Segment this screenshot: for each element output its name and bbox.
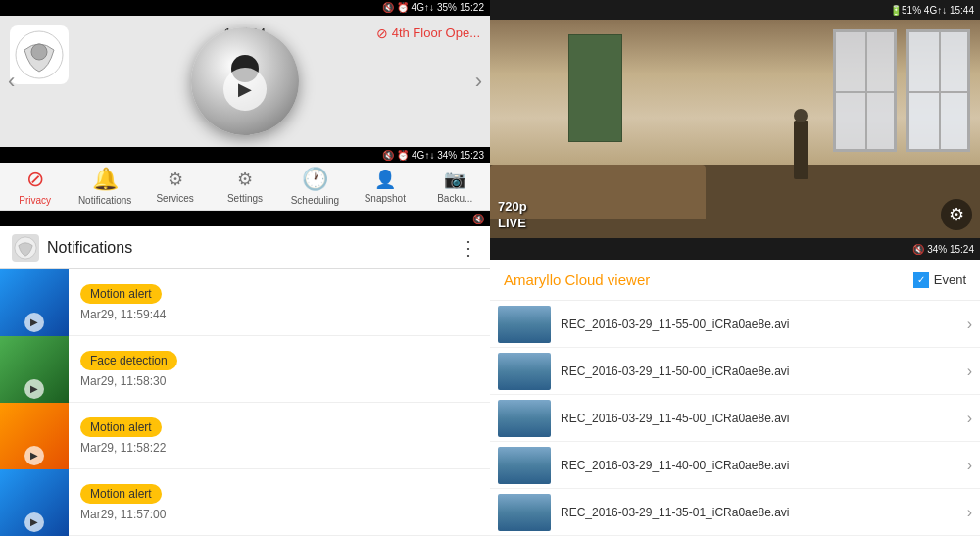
rec-arrow-1: ›	[967, 363, 972, 380]
play-overlay-2: ▶	[24, 379, 44, 399]
play-button[interactable]: ▶	[223, 68, 267, 111]
notif-thumb-2: ▶	[0, 336, 69, 403]
battery-label: 35%	[437, 2, 457, 13]
rec-item-4[interactable]: REC_2016-03-29_11-35-01_iCRa0ae8e.avi ›	[490, 489, 980, 536]
notif-badge-1: Motion alert	[80, 284, 162, 304]
notif-thumb-1: ▶	[0, 269, 69, 336]
event-checkbox-box[interactable]: ✓	[913, 272, 929, 288]
notif-badge-3: Motion alert	[80, 417, 162, 437]
app-logo	[10, 25, 69, 84]
time-cloud: 15:24	[950, 244, 974, 255]
rec-filename-1: REC_2016-03-29_11-50-00_iCRa0ae8e.avi	[561, 365, 957, 378]
prev-camera-button[interactable]: ‹	[8, 69, 15, 94]
next-camera-button[interactable]: ›	[475, 69, 482, 94]
tab-notifications[interactable]: 🔔 Notifications	[70, 163, 139, 210]
cloud-viewer-title: Amaryllo Cloud viewer	[504, 271, 650, 288]
live-feed-content	[490, 20, 980, 238]
left-panel: 🔇 ⏰ 4G↑↓ 35% 15:22 11 / 24 ⊘ 4th Floor O…	[0, 0, 490, 536]
green-cabinet	[568, 34, 622, 142]
rec-thumb-inner-4	[498, 494, 551, 531]
window-mid	[833, 29, 897, 152]
notif-time-1: Mar29, 11:59:44	[80, 308, 478, 321]
rec-thumb-1	[498, 353, 551, 390]
rec-item-3[interactable]: REC_2016-03-29_11-40-00_iCRa0ae8e.avi ›	[490, 442, 980, 489]
camera-ball[interactable]: ▶	[191, 27, 299, 135]
alarm-icon: ⏰	[397, 2, 409, 13]
window-right	[906, 29, 970, 152]
tab-settings[interactable]: ⚙ Settings	[210, 163, 279, 210]
status-bar-mid: 🔇 ⏰ 4G↑↓ 34% 15:23	[0, 147, 490, 163]
camera-preview: 11 / 24 ⊘ 4th Floor Ope... ▶ ‹ ›	[0, 16, 490, 148]
notif-item-2[interactable]: ▶ Face detection Mar29, 11:58:30	[0, 336, 490, 403]
svg-point-1	[31, 44, 47, 60]
rec-item-2[interactable]: REC_2016-03-29_11-45-00_iCRa0ae8e.avi ›	[490, 395, 980, 442]
navigation-tabs: ⊘ Privacy 🔔 Notifications ⚙ Services ⚙ S…	[0, 163, 490, 211]
privacy-icon: ⊘	[26, 167, 44, 192]
rec-thumb-0	[498, 306, 551, 343]
rec-thumb-inner-0	[498, 306, 551, 343]
tab-backup-label: Backu...	[437, 193, 472, 204]
rec-item-1[interactable]: REC_2016-03-29_11-50-00_iCRa0ae8e.avi ›	[490, 348, 980, 395]
notif-panel-title: Notifications	[47, 239, 132, 257]
alarm-icon-mid: ⏰	[397, 150, 409, 161]
network-icon: 4G↑↓	[412, 2, 434, 13]
event-filter[interactable]: ✓ Event	[913, 272, 966, 288]
notif-badge-2: Face detection	[80, 351, 177, 370]
rec-arrow-0: ›	[967, 316, 972, 333]
rec-thumb-inner-1	[498, 353, 551, 390]
notif-item-1[interactable]: ▶ Motion alert Mar29, 11:59:44	[0, 269, 490, 336]
right-panel: 🔋51% 4G↑↓ 15:44	[490, 0, 980, 536]
notif-item-4[interactable]: ▶ Motion alert Mar29, 11:57:00	[0, 469, 490, 536]
rec-filename-3: REC_2016-03-29_11-40-00_iCRa0ae8e.avi	[561, 459, 957, 472]
notif-time-4: Mar29, 11:57:00	[80, 508, 478, 521]
mute-notif: 🔇	[472, 214, 484, 224]
rec-thumb-inner-2	[498, 400, 551, 437]
tab-scheduling-label: Scheduling	[291, 195, 339, 206]
resolution-badge: 720p	[498, 199, 527, 214]
live-settings-button[interactable]: ⚙	[941, 199, 972, 230]
status-icons-left: 🔇 ⏰ 4G↑↓ 35% 15:22	[382, 2, 484, 13]
gear-icon: ⚙	[949, 204, 964, 225]
rec-arrow-3: ›	[967, 457, 972, 474]
notif-badge-4: Motion alert	[80, 484, 162, 504]
tab-notifications-label: Notifications	[78, 195, 131, 206]
notif-logo	[12, 234, 39, 262]
status-bar-top-left: 🔇 ⏰ 4G↑↓ 35% 15:22	[0, 0, 490, 16]
rec-filename-2: REC_2016-03-29_11-45-00_iCRa0ae8e.avi	[561, 412, 957, 425]
battery-icon-right: 🔋51%	[890, 5, 921, 16]
notif-item-3[interactable]: ▶ Motion alert Mar29, 11:58:22	[0, 403, 490, 469]
time-mid: 15:23	[460, 150, 484, 161]
tab-scheduling[interactable]: 🕐 Scheduling	[280, 163, 350, 210]
live-feed: 720p LIVE ⚙	[490, 20, 980, 238]
tab-privacy[interactable]: ⊘ Privacy	[0, 163, 70, 210]
notif-content-3: Motion alert Mar29, 11:58:22	[69, 410, 490, 463]
logo-svg	[15, 30, 64, 79]
battery-cloud: 34%	[927, 244, 947, 255]
mute-icon-mid: 🔇	[382, 150, 394, 161]
services-icon: ⚙	[168, 169, 183, 190]
mute-icon: 🔇	[382, 2, 394, 13]
notif-menu-button[interactable]: ⋮	[459, 236, 478, 260]
snapshot-icon: 👤	[374, 169, 396, 190]
recording-list: REC_2016-03-29_11-55-00_iCRa0ae8e.avi › …	[490, 301, 980, 536]
tab-backup[interactable]: 📷 Backu...	[420, 163, 490, 210]
backup-icon: 📷	[444, 169, 466, 190]
play-overlay-4: ▶	[24, 512, 44, 532]
notif-content-1: Motion alert Mar29, 11:59:44	[69, 276, 490, 329]
notif-time-2: Mar29, 11:58:30	[80, 374, 478, 388]
status-bar-notif: 🔇	[0, 211, 490, 226]
notif-thumb-3: ▶	[0, 403, 69, 469]
network-mid: 4G↑↓ 34%	[412, 150, 457, 161]
notifications-icon: 🔔	[92, 167, 119, 192]
tab-services[interactable]: ⚙ Services	[140, 163, 210, 210]
notif-list: ▶ Motion alert Mar29, 11:59:44 ▶ Face de…	[0, 269, 490, 536]
rec-thumb-2	[498, 400, 551, 437]
rec-arrow-2: ›	[967, 410, 972, 427]
settings-icon: ⚙	[237, 169, 253, 190]
play-overlay-1: ▶	[24, 313, 44, 332]
rec-filename-0: REC_2016-03-29_11-55-00_iCRa0ae8e.avi	[561, 317, 957, 331]
rec-item-0[interactable]: REC_2016-03-29_11-55-00_iCRa0ae8e.avi ›	[490, 301, 980, 348]
tab-snapshot[interactable]: 👤 Snapshot	[350, 163, 419, 210]
event-label: Event	[934, 272, 966, 287]
notif-time-3: Mar29, 11:58:22	[80, 441, 478, 455]
